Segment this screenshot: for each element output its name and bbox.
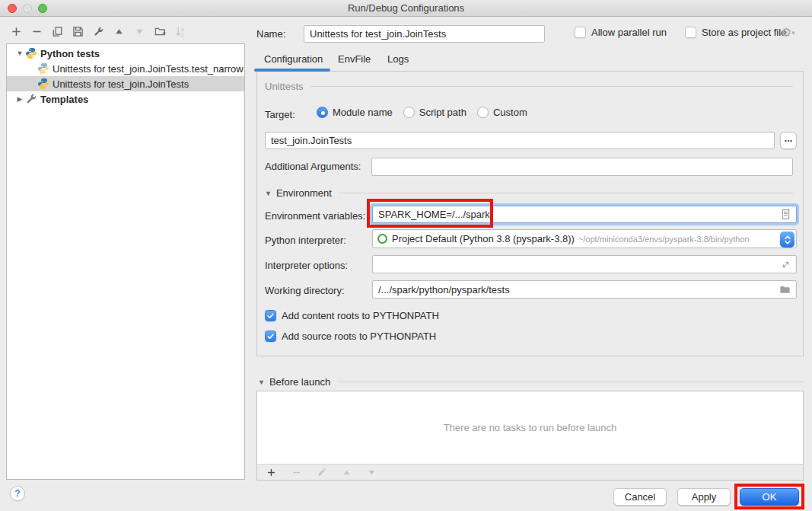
store-as-project-file-label: Store as project file xyxy=(702,27,786,38)
interpreter-options-label: Interpreter options: xyxy=(265,260,348,271)
dropdown-stepper-icon[interactable] xyxy=(780,232,794,248)
new-folder-icon[interactable] xyxy=(154,25,166,37)
edit-task-icon[interactable] xyxy=(315,466,327,478)
checkbox-checked[interactable] xyxy=(265,331,276,342)
store-as-project-file-checkbox[interactable]: Store as project file xyxy=(685,27,786,38)
expand-icon[interactable]: ▶ xyxy=(14,95,25,103)
unittests-group-header: Unittests xyxy=(265,81,793,92)
conda-icon xyxy=(377,234,387,244)
target-label: Target: xyxy=(265,109,295,120)
expand-field-icon[interactable] xyxy=(781,260,791,270)
python-test-icon xyxy=(37,78,49,90)
tab-logs[interactable]: Logs xyxy=(387,53,409,69)
tab-envfile[interactable]: EnvFile xyxy=(338,53,371,69)
before-launch-task-list: There are no tasks to run before launch xyxy=(257,391,803,465)
radio-custom-label: Custom xyxy=(493,107,527,118)
chevron-down-icon: ▾ xyxy=(791,29,795,37)
remove-task-icon[interactable] xyxy=(290,466,302,478)
add-content-roots-label: Add content roots to PYTHONPATH xyxy=(282,310,439,321)
settings-gear-icon[interactable]: ⚙︎▾ xyxy=(781,25,795,40)
edit-variables-icon[interactable] xyxy=(781,209,791,220)
help-button[interactable]: ? xyxy=(10,486,25,501)
radio-module-name[interactable] xyxy=(317,107,328,118)
move-task-up-icon[interactable] xyxy=(340,466,352,478)
move-down-icon[interactable] xyxy=(133,25,145,37)
radio-script-path-label: Script path xyxy=(419,107,467,118)
tab-configuration[interactable]: Configuration xyxy=(264,53,323,69)
folder-icon[interactable] xyxy=(779,284,791,295)
add-source-roots-checkbox[interactable]: Add source roots to PYTHONPATH xyxy=(265,331,436,342)
environment-variables-input[interactable]: SPARK_HOME=/.../spark xyxy=(372,206,797,223)
python-interpreter-value: Project Default (Python 3.8 (pyspark-3.8… xyxy=(392,233,575,244)
python-interpreter-path: ~/opt/miniconda3/envs/pyspark-3.8/bin/py… xyxy=(578,235,750,244)
collapse-icon[interactable]: ▼ xyxy=(14,50,25,57)
tree-item-jointests-selected[interactable]: Unittests for test_join.JoinTests xyxy=(7,76,244,91)
group-divider xyxy=(310,86,793,87)
before-launch-empty-message: There are no tasks to run before launch xyxy=(444,422,617,433)
copy-icon[interactable] xyxy=(51,25,63,37)
environment-variables-label: Environment variables: xyxy=(265,210,365,222)
tree-item-templates[interactable]: ▶ Templates xyxy=(7,91,244,107)
tree-item-test-narrow[interactable]: Unittests for test_join.JoinTests.test_n… xyxy=(7,61,244,76)
python-interpreter-label: Python interpreter: xyxy=(265,235,346,246)
working-directory-input[interactable]: /.../spark/python/pyspark/tests xyxy=(372,280,797,299)
environment-group-label: Environment xyxy=(276,187,332,199)
python-test-icon xyxy=(37,62,49,75)
sort-alphabetically-icon[interactable]: az xyxy=(174,25,186,37)
add-icon[interactable] xyxy=(10,25,22,37)
environment-group-header[interactable]: ▼ Environment xyxy=(265,187,793,199)
save-icon[interactable] xyxy=(72,25,84,37)
svg-text:a: a xyxy=(180,26,183,31)
run-debug-configurations-dialog: Run/Debug Configurations az ▼ Python tes… xyxy=(0,0,812,511)
allow-parallel-run-checkbox[interactable]: Allow parallel run xyxy=(575,27,667,38)
name-input[interactable]: Unittests for test_join.JoinTests xyxy=(304,25,545,43)
tree-item-label: Unittests for test_join.JoinTests xyxy=(53,78,189,90)
name-label: Name: xyxy=(256,28,285,40)
radio-script-path[interactable] xyxy=(403,107,415,118)
environment-variables-value: SPARK_HOME=/.../spark xyxy=(378,209,776,220)
before-launch-toolbar xyxy=(257,465,803,480)
move-up-icon[interactable] xyxy=(113,25,125,37)
title-bar: Run/Debug Configurations xyxy=(0,0,812,17)
checkbox-unchecked[interactable] xyxy=(575,27,586,38)
window-title: Run/Debug Configurations xyxy=(0,2,812,14)
unittests-group-label: Unittests xyxy=(265,81,304,92)
before-launch-group-label: Before launch xyxy=(269,376,330,388)
add-task-icon[interactable] xyxy=(265,466,277,478)
working-directory-label: Working directory: xyxy=(265,285,345,296)
collapse-icon[interactable]: ▼ xyxy=(258,378,265,386)
tree-item-label: Templates xyxy=(40,94,88,105)
before-launch-panel: There are no tasks to run before launch xyxy=(256,391,804,481)
checkbox-checked[interactable] xyxy=(265,310,276,321)
configuration-tab-panel: Unittests Target: Module name Script pat… xyxy=(256,72,804,356)
before-launch-group-header[interactable]: ▼ Before launch xyxy=(258,376,804,388)
move-task-down-icon[interactable] xyxy=(365,466,377,478)
cancel-button[interactable]: Cancel xyxy=(613,488,667,506)
checkbox-unchecked[interactable] xyxy=(685,27,696,38)
target-input[interactable]: test_join.JoinTests xyxy=(265,132,775,149)
interpreter-options-input[interactable] xyxy=(372,255,797,273)
allow-parallel-run-label: Allow parallel run xyxy=(591,27,667,38)
configurations-toolbar: az xyxy=(10,25,186,37)
tree-item-python-tests[interactable]: ▼ Python tests xyxy=(7,46,244,61)
target-value: test_join.JoinTests xyxy=(271,135,769,146)
edit-templates-icon[interactable] xyxy=(92,25,104,37)
target-radio-group: Module name Script path Custom xyxy=(317,107,538,118)
tree-item-label: Python tests xyxy=(40,48,100,59)
radio-module-name-label: Module name xyxy=(333,107,393,118)
working-directory-value: /.../spark/python/pyspark/tests xyxy=(378,284,775,295)
additional-arguments-label: Additional Arguments: xyxy=(265,161,361,172)
radio-custom[interactable] xyxy=(477,107,489,118)
additional-arguments-input[interactable] xyxy=(371,158,793,176)
browse-button[interactable]: ... xyxy=(780,132,797,149)
configurations-tree: ▼ Python tests Unittests for test_join.J… xyxy=(6,43,245,480)
remove-icon[interactable] xyxy=(30,25,43,37)
svg-text:z: z xyxy=(180,31,183,37)
add-content-roots-checkbox[interactable]: Add content roots to PYTHONPATH xyxy=(265,310,439,321)
collapse-icon[interactable]: ▼ xyxy=(265,190,272,197)
group-divider xyxy=(339,193,793,193)
apply-button[interactable]: Apply xyxy=(677,488,731,506)
python-interpreter-select[interactable]: Project Default (Python 3.8 (pyspark-3.8… xyxy=(372,229,797,248)
wrench-icon xyxy=(25,93,37,105)
ok-button[interactable]: OK xyxy=(740,488,799,506)
